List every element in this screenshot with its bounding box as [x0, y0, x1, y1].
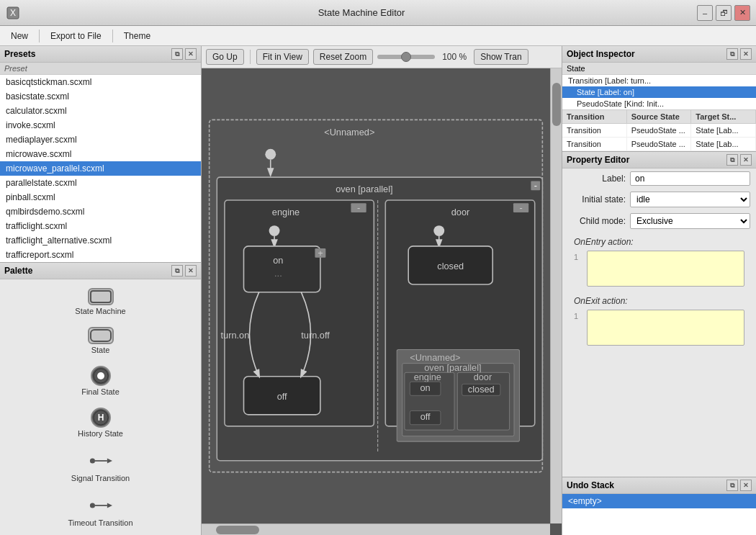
inspector-th-1: Source State [627, 110, 692, 123]
inspector-row-1[interactable]: Transition PseudoState ... State [Lab... [562, 138, 756, 151]
preset-item-1[interactable]: basicstate.scxml [0, 89, 201, 104]
preset-item-11[interactable]: trafficlight_alternative.scxml [0, 233, 201, 248]
svg-point-43 [433, 225, 444, 236]
inspector-cell-1-2: State [Lab... [691, 138, 756, 150]
palette-close-btn[interactable]: ✕ [185, 265, 197, 277]
svg-text:engine: engine [272, 207, 300, 217]
svg-point-5 [97, 372, 104, 379]
preset-item-4[interactable]: mediaplayer.scxml [0, 132, 201, 147]
presets-close-btn[interactable]: ✕ [185, 48, 197, 60]
menu-export[interactable]: Export to File [42, 28, 109, 44]
property-editor-header: Property Editor ⧉ ✕ [562, 152, 756, 168]
state-machine-label: State Machine [75, 307, 125, 315]
onentry-lineno: 1 [574, 251, 584, 261]
child-mode-label: Child mode: [568, 216, 626, 226]
palette-float-btn[interactable]: ⧉ [171, 265, 183, 277]
timeout-transition-label: Timeout Transition [68, 518, 132, 527]
undo-stack-close-btn[interactable]: ✕ [740, 480, 752, 491]
horizontal-scrollbar[interactable] [202, 523, 550, 535]
reset-zoom-button[interactable]: Reset Zoom [313, 49, 373, 65]
title-bar: X State Machine Editor – 🗗 ✕ [0, 0, 756, 26]
object-inspector-close-btn[interactable]: ✕ [740, 48, 752, 60]
menu-new[interactable]: New [3, 28, 36, 44]
vertical-scrollbar[interactable] [550, 68, 562, 523]
undo-stack-icons: ⧉ ✕ [726, 480, 752, 491]
undo-stack-header: Undo Stack ⧉ ✕ [562, 477, 756, 494]
onentry-textarea[interactable] [587, 251, 744, 287]
vertical-scroll-thumb[interactable] [552, 83, 561, 126]
undo-item-0[interactable]: <empty> [562, 494, 756, 508]
minimize-button[interactable]: – [697, 5, 713, 21]
svg-text:...: ... [274, 268, 282, 279]
inspector-item-2[interactable]: PseudoState [Kind: Init... [562, 98, 756, 109]
svg-text:engine: engine [414, 372, 441, 382]
palette-state[interactable]: State [58, 324, 144, 357]
undo-stack-float-btn[interactable]: ⧉ [726, 480, 738, 491]
palette-header-icons: ⧉ ✕ [171, 265, 197, 277]
svg-marker-10 [107, 458, 112, 463]
svg-marker-13 [107, 503, 112, 508]
close-button[interactable]: ✕ [734, 5, 750, 21]
inspector-item-0[interactable]: Transition [Label: turn... [562, 75, 756, 86]
svg-text:door: door [474, 372, 492, 382]
window-controls: – 🗗 ✕ [697, 5, 750, 21]
svg-text:turn.on: turn.on [221, 330, 250, 341]
presets-float-btn[interactable]: ⧉ [171, 48, 183, 60]
history-state-icon: H [91, 408, 111, 428]
property-editor-icons: ⧉ ✕ [726, 154, 752, 166]
menu-theme[interactable]: Theme [116, 28, 158, 44]
canvas-area[interactable]: <Unnamed> oven [parallel] - engine [202, 68, 562, 535]
horizontal-scroll-thumb[interactable] [216, 526, 259, 534]
object-inspector-float-btn[interactable]: ⧉ [726, 48, 738, 60]
property-editor-title: Property Editor [567, 155, 629, 165]
preset-item-2[interactable]: calculator.scxml [0, 104, 201, 118]
svg-text:-: - [534, 180, 537, 191]
svg-text:-: - [519, 202, 522, 213]
show-transition-button[interactable]: Show Tran [474, 49, 528, 65]
preset-item-10[interactable]: trafficlight.scxml [0, 219, 201, 233]
label-field-input[interactable] [630, 171, 750, 186]
preset-item-12[interactable]: trafficreport.scxml [0, 248, 201, 262]
svg-text:closed: closed [468, 384, 495, 395]
svg-point-28 [269, 225, 280, 236]
onexit-textarea[interactable] [587, 310, 744, 346]
preset-item-5[interactable]: microwave.scxml [0, 147, 201, 161]
object-inspector: Object Inspector ⧉ ✕ State Transition [L… [562, 46, 756, 152]
preset-item-8[interactable]: pinball.scxml [0, 190, 201, 204]
go-up-button[interactable]: Go Up [206, 49, 244, 65]
undo-content: <empty> [562, 494, 756, 535]
main-layout: Presets ⧉ ✕ Preset basicqtstickman.scxml… [0, 46, 756, 535]
property-editor-float-btn[interactable]: ⧉ [726, 154, 738, 166]
inspector-table-header: Transition Source State Target St... [562, 109, 756, 124]
inspector-item-1[interactable]: State [Label: on] [562, 86, 756, 98]
presets-header-icons: ⧉ ✕ [171, 48, 197, 60]
zoom-value: 100 % [442, 52, 467, 62]
palette-signal-transition[interactable]: Signal Transition [58, 446, 144, 485]
initial-state-select[interactable]: idle [630, 192, 750, 207]
inspector-row-0[interactable]: Transition PseudoState ... State [Lab... [562, 124, 756, 138]
state-label: State [91, 346, 110, 354]
state-canvas[interactable]: <Unnamed> oven [parallel] - engine [202, 68, 550, 523]
preset-item-7[interactable]: parallelstate.scxml [0, 176, 201, 190]
presets-title: Presets [4, 49, 35, 59]
preset-item-3[interactable]: invoke.scxml [0, 118, 201, 132]
onexit-label: OnExit action: [568, 294, 750, 308]
menu-separator-2 [112, 30, 113, 42]
restore-button[interactable]: 🗗 [716, 5, 732, 21]
palette-history-state[interactable]: H History State [58, 405, 144, 441]
preset-item-6[interactable]: microwave_parallel.scxml [0, 161, 201, 176]
zoom-slider[interactable] [377, 55, 435, 59]
palette-section: Palette ⧉ ✕ State Machine [0, 263, 201, 535]
property-editor-close-btn[interactable]: ✕ [740, 154, 752, 166]
window-title: State Machine Editor [26, 7, 697, 18]
inspector-cell-1-0: Transition [562, 138, 627, 150]
child-mode-select[interactable]: Exclusive Parallel [630, 213, 750, 229]
palette-state-machine[interactable]: State Machine [58, 285, 144, 318]
palette-timeout-transition[interactable]: Timeout Transition [58, 491, 144, 530]
object-inspector-header: Object Inspector ⧉ ✕ [562, 46, 756, 63]
preset-item-0[interactable]: basicqtstickman.scxml [0, 75, 201, 89]
preset-item-9[interactable]: qmlbirdsdemo.scxml [0, 204, 201, 219]
presets-header: Presets ⧉ ✕ [0, 46, 201, 63]
fit-in-view-button[interactable]: Fit in View [256, 49, 309, 65]
palette-final-state[interactable]: Final State [58, 363, 144, 399]
